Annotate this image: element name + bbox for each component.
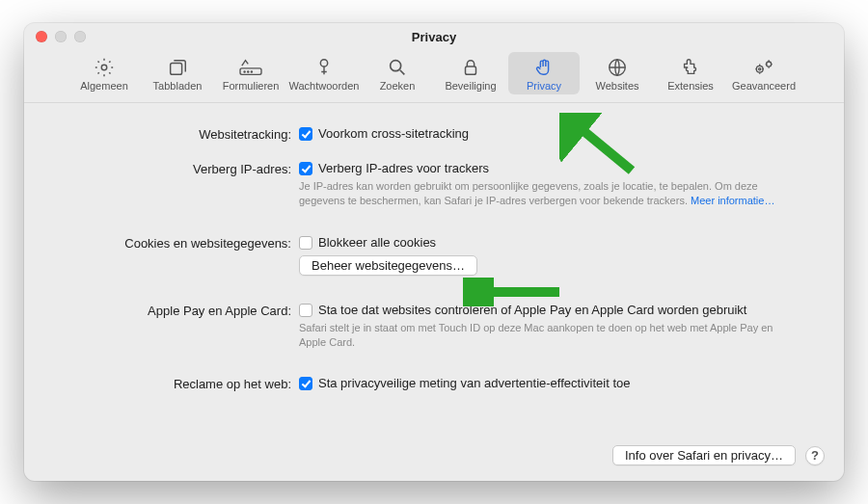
svg-point-10 (756, 66, 763, 72)
svg-point-11 (759, 68, 761, 70)
option-hide-ip-from-trackers[interactable]: Verberg IP-adres voor trackers (299, 161, 815, 175)
option-label: Sta privacyveilige meting van advertenti… (318, 376, 630, 390)
tab-passwords[interactable]: Wachtwoorden (288, 52, 360, 94)
option-label: Verberg IP-adres voor trackers (318, 161, 489, 175)
tab-search[interactable]: Zoeken (362, 52, 433, 94)
tab-label: Beveiliging (445, 80, 496, 92)
tab-label: Websites (595, 80, 638, 92)
svg-point-3 (244, 71, 245, 72)
checkbox-icon (299, 162, 312, 175)
tab-label: Extensies (667, 80, 714, 92)
option-label: Voorkom cross-sitetracking (318, 126, 469, 141)
lock-icon (460, 56, 481, 79)
pen-field-icon (238, 56, 263, 79)
tab-label: Formulieren (223, 80, 280, 92)
svg-point-4 (248, 71, 249, 72)
minimize-window-button[interactable] (55, 31, 67, 42)
svg-point-6 (320, 60, 327, 66)
tab-advanced[interactable]: Geavanceerd (728, 52, 800, 94)
option-block-all-cookies[interactable]: Blokkeer alle cookies (299, 235, 815, 250)
gear-icon (94, 56, 115, 79)
footer: Info over Safari en privacy… ? (24, 445, 844, 481)
tab-label: Wachtwoorden (289, 80, 360, 92)
option-prevent-cross-site-tracking[interactable]: Voorkom cross-sitetracking (299, 126, 815, 141)
puzzle-icon (680, 56, 701, 79)
help-button[interactable]: ? (805, 446, 825, 465)
gears-icon (752, 56, 775, 79)
tab-websites[interactable]: Websites (582, 52, 653, 94)
option-label: Sta toe dat websites controleren of Appl… (318, 303, 746, 317)
checkbox-icon (299, 236, 312, 250)
key-icon (313, 56, 335, 79)
tab-label: Privacy (527, 80, 561, 92)
label-web-advertising: Reclame op het web: (53, 376, 299, 391)
tab-general[interactable]: Algemeen (68, 52, 140, 94)
search-icon (387, 56, 408, 79)
svg-rect-1 (171, 63, 182, 74)
label-hide-ip: Verberg IP-adres: (53, 161, 299, 208)
svg-point-5 (251, 71, 252, 72)
tab-privacy[interactable]: Privacy (508, 52, 580, 94)
traffic-lights (36, 23, 86, 50)
tab-security[interactable]: Beveiliging (435, 52, 506, 94)
manage-website-data-button[interactable]: Beheer websitegegevens… (299, 255, 477, 276)
globe-icon (607, 56, 628, 79)
option-label: Blokkeer alle cookies (318, 235, 436, 250)
close-window-button[interactable] (36, 31, 47, 42)
window-title: Privacy (412, 30, 456, 44)
titlebar: Privacy (24, 23, 844, 50)
svg-rect-8 (466, 66, 476, 74)
checkbox-icon (299, 304, 312, 317)
svg-point-7 (391, 61, 401, 71)
hide-ip-help-text: Je IP-adres kan worden gebruikt om perso… (299, 179, 781, 208)
tab-autofill[interactable]: Formulieren (215, 52, 286, 94)
checkbox-icon (299, 377, 312, 390)
apple-pay-help-text: Safari stelt je in staat om met Touch ID… (299, 321, 781, 350)
privacy-content: Websitetracking: Voorkom cross-sitetrack… (24, 103, 844, 445)
tab-label: Tabbladen (153, 80, 203, 92)
hand-icon (533, 56, 555, 79)
maximize-window-button[interactable] (74, 31, 86, 42)
preferences-tabbar: Algemeen Tabbladen Formulieren Wachtwoor… (24, 50, 844, 103)
tab-label: Geavanceerd (732, 80, 796, 92)
checkbox-icon (299, 127, 312, 141)
about-privacy-button[interactable]: Info over Safari en privacy… (612, 445, 796, 465)
option-allow-apple-pay-check[interactable]: Sta toe dat websites controleren of Appl… (299, 303, 815, 317)
tab-label: Algemeen (80, 80, 128, 92)
label-website-tracking: Websitetracking: (53, 126, 299, 142)
tab-label: Zoeken (380, 80, 416, 92)
label-apple-pay: Apple Pay en Apple Card: (53, 303, 299, 350)
option-allow-ad-measurement[interactable]: Sta privacyveilige meting van advertenti… (299, 376, 815, 390)
tabs-icon (167, 56, 188, 79)
svg-point-0 (101, 65, 107, 70)
tab-tabs[interactable]: Tabbladen (142, 52, 213, 94)
tab-extensions[interactable]: Extensies (655, 52, 726, 94)
preferences-window: Privacy Algemeen Tabbladen Formulieren (24, 23, 844, 481)
label-cookies: Cookies en websitegegevens: (53, 235, 299, 276)
more-info-link[interactable]: Meer informatie… (691, 195, 774, 206)
